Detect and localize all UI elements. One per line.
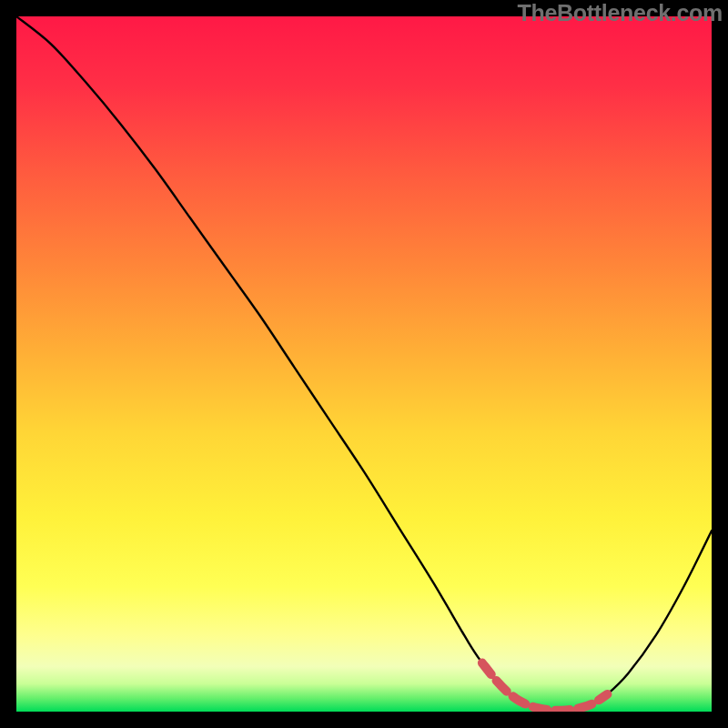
bottleneck-plot	[16, 16, 712, 712]
watermark-text: TheBottleneck.com	[517, 0, 723, 26]
gradient-background	[16, 16, 712, 712]
chart-frame	[16, 16, 712, 712]
